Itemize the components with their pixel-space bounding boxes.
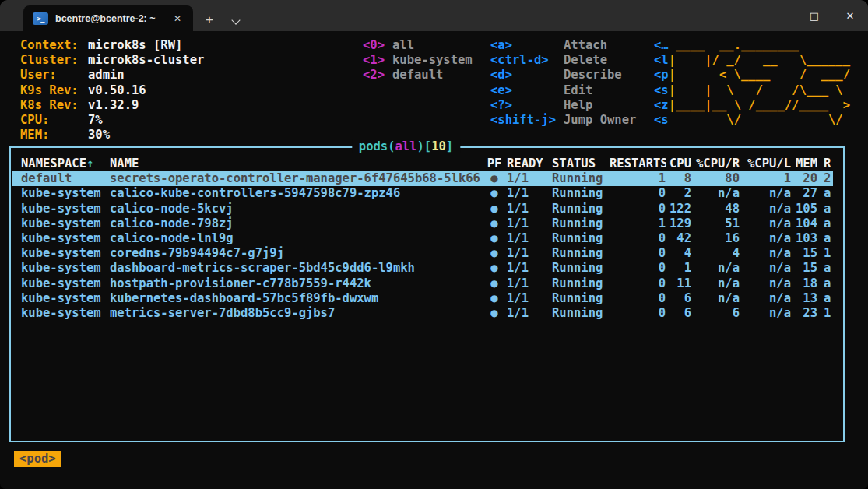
cell-cpu: 129 <box>666 216 691 231</box>
table-row[interactable]: kube-system calico-node-lnl9g ● 1/1 Runn… <box>12 231 833 246</box>
cell-mem-r-truncated: a <box>817 186 833 201</box>
info-value: 30% <box>88 128 110 142</box>
command-hotkey: <e>Edit <box>490 83 636 98</box>
logo-line: <l| |/ _/ __ \______ <box>654 53 850 68</box>
col-name[interactable]: NAME <box>110 157 484 171</box>
cell-status: Running <box>550 216 610 231</box>
cell-cpu-l: n/a <box>740 186 791 201</box>
cell-mem-r-truncated: a <box>817 216 833 231</box>
cell-status: Running <box>550 246 610 261</box>
hotkey-label: Edit <box>564 83 592 97</box>
new-tab-button[interactable]: + <box>206 13 213 26</box>
command-hotkey: <?>Help <box>490 98 636 113</box>
cell-cpu: 8 <box>666 171 691 186</box>
col-mem-r-truncated[interactable]: R <box>817 157 833 171</box>
cell-mem: 15 <box>791 261 817 276</box>
cell-cpu: 42 <box>666 231 691 246</box>
minimize-button[interactable]: ─ <box>761 0 796 31</box>
cell-cpu: 1 <box>666 261 691 276</box>
info-label: Cluster: <box>20 53 88 68</box>
cell-cpu-l: n/a <box>740 276 791 291</box>
cell-mem-r-truncated: 1 <box>817 246 833 261</box>
table-row[interactable]: kube-system coredns-79b94494c7-g7j9j ● 1… <box>12 246 833 261</box>
col-cpu-l[interactable]: %CPU/L <box>740 157 791 171</box>
cell-mem: 15 <box>791 246 817 261</box>
hotkey-label: kube-system <box>392 53 473 67</box>
close-button[interactable]: ✕ <box>832 0 868 31</box>
pf-dot-icon: ● <box>484 202 504 216</box>
namespace-hotkey: <0>all <box>363 38 473 53</box>
cell-cpu-l: n/a <box>740 202 791 216</box>
cell-ready: 1/1 <box>504 202 550 216</box>
col-cpu[interactable]: CPU <box>666 157 691 171</box>
truncated-hotkey-fragment: <s <box>654 113 669 127</box>
cluster-info-line: User:admin <box>20 68 204 83</box>
tab-title: bcentre@bcentre-2: ~ <box>55 13 163 24</box>
cell-mem-r-truncated: a <box>817 261 833 276</box>
pod-crumb[interactable]: <pod> <box>14 451 61 467</box>
cell-name: secrets-operato-controller-manager-6f476… <box>110 171 484 186</box>
cell-name: calico-node-798zj <box>110 216 484 231</box>
cell-name: dashboard-metrics-scraper-5bd45c9dd6-l9m… <box>110 261 484 276</box>
terminal-window: >_ bcentre@bcentre-2: ~ ✕ + ─ □ ✕ Contex… <box>0 0 868 489</box>
cell-cpu: 6 <box>666 291 691 306</box>
table-row[interactable]: kube-system dashboard-metrics-scraper-5b… <box>12 261 833 276</box>
cell-cpu-l: n/a <box>740 261 791 276</box>
table-row[interactable]: kube-system calico-node-798zj ● 1/1 Runn… <box>12 216 833 231</box>
command-hotkeys: <a>Attach<ctrl-d>Delete<d>Describe<e>Edi… <box>490 38 636 128</box>
table-inner: NAMESPACE↑ NAME PF READY STATUS RESTARTS… <box>11 148 843 441</box>
col-status[interactable]: STATUS <box>550 157 610 171</box>
cell-name: calico-node-lnl9g <box>110 231 484 246</box>
table-row[interactable]: kube-system metrics-server-7dbd8b5cc9-gj… <box>12 306 833 321</box>
table-row[interactable]: kube-system calico-kube-controllers-5947… <box>12 186 833 201</box>
col-namespace[interactable]: NAMESPACE↑ <box>21 157 110 171</box>
pf-dot-icon: ● <box>484 186 504 201</box>
cell-cpu-r: 80 <box>691 171 740 186</box>
cell-mem-r-truncated: a <box>817 276 833 291</box>
pf-dot-icon: ● <box>484 171 504 186</box>
table-row[interactable]: kube-system calico-node-5kcvj ● 1/1 Runn… <box>12 202 833 216</box>
table-row[interactable]: kube-system kubernetes-dashboard-57bc5f8… <box>12 291 833 306</box>
info-label: Context: <box>20 38 88 53</box>
cell-namespace: kube-system <box>21 231 110 246</box>
cell-status: Running <box>550 202 610 216</box>
pf-dot-icon: ● <box>484 231 504 246</box>
cell-status: Running <box>550 306 610 321</box>
pf-dot-icon: ● <box>484 246 504 261</box>
cell-restarts: 1 <box>610 171 666 186</box>
cell-restarts: 0 <box>610 186 666 201</box>
tab-close-icon[interactable]: ✕ <box>170 12 185 26</box>
col-ready[interactable]: READY <box>504 157 550 171</box>
cell-ready: 1/1 <box>504 186 550 201</box>
cell-cpu: 2 <box>666 186 691 201</box>
cell-status: Running <box>550 231 610 246</box>
cell-cpu-l: n/a <box>740 246 791 261</box>
cell-mem: 105 <box>791 202 817 216</box>
table-row[interactable]: default secrets-operato-controller-manag… <box>12 171 833 186</box>
col-pf[interactable]: PF <box>484 157 504 171</box>
logo-ascii-art: | | \ / /\___ \ <box>669 83 850 97</box>
cell-restarts: 0 <box>610 231 666 246</box>
command-hotkey: <ctrl-d>Delete <box>490 53 636 68</box>
window-controls: ─ □ ✕ <box>761 0 868 31</box>
cell-cpu-l: 1 <box>740 171 791 186</box>
hotkey-label: all <box>392 38 414 52</box>
cell-cpu-r: n/a <box>691 186 740 201</box>
cell-mem-r-truncated: a <box>817 231 833 246</box>
col-cpu-r[interactable]: %CPU/R <box>691 157 740 171</box>
table-row[interactable]: kube-system hostpath-provisioner-c778b75… <box>12 276 833 291</box>
maximize-button[interactable]: □ <box>796 0 832 31</box>
hotkey-key: <1> <box>363 53 392 68</box>
hotkey-label: Help <box>564 98 592 112</box>
col-restarts[interactable]: RESTARTS <box>610 157 666 171</box>
cell-mem: 18 <box>791 276 817 291</box>
cell-cpu-l: n/a <box>740 216 791 231</box>
cell-ready: 1/1 <box>504 306 550 321</box>
cell-mem: 104 <box>791 216 817 231</box>
col-mem[interactable]: MEM <box>791 157 817 171</box>
cell-ready: 1/1 <box>504 276 550 291</box>
chevron-down-icon[interactable] <box>231 16 240 24</box>
logo-ascii-art: | |/ _/ __ \______ <box>669 53 850 67</box>
cell-restarts: 0 <box>610 261 666 276</box>
terminal-tab[interactable]: >_ bcentre@bcentre-2: ~ ✕ <box>23 5 193 31</box>
